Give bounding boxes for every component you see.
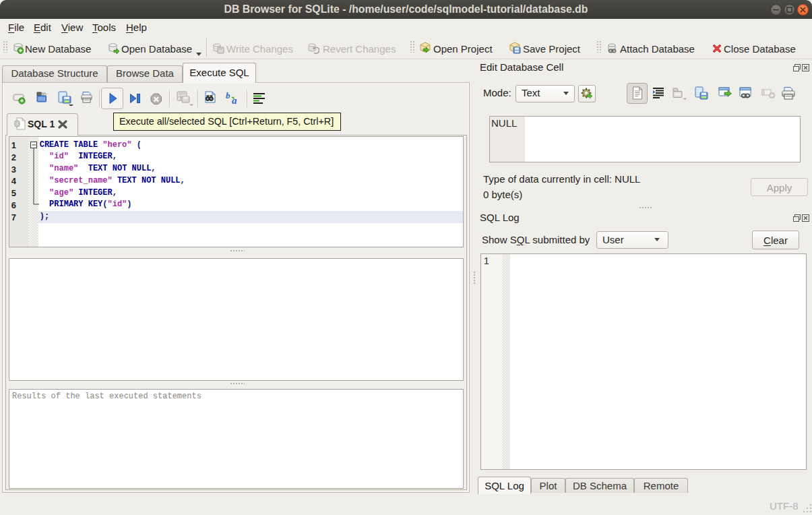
svg-text:b: b [226, 91, 230, 100]
svg-text:a: a [232, 95, 237, 105]
